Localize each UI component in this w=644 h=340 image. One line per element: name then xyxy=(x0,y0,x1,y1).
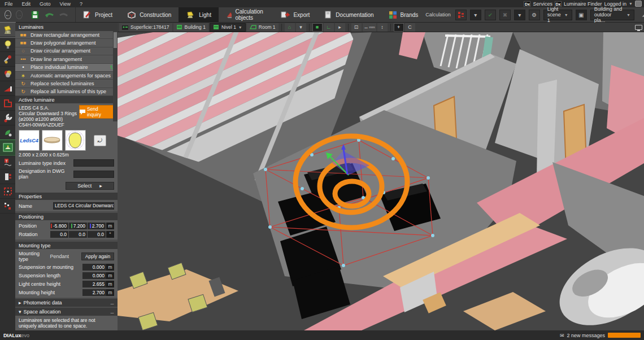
menu-help[interactable]: ? xyxy=(75,1,87,7)
photometric-data-header[interactable]: ▸ Photometric data ⚊ xyxy=(15,299,118,307)
tool-replace-all-luminaires[interactable]: ↻ Replace all luminaires of this type xyxy=(15,88,118,96)
view-mode-select[interactable]: Building and outdoor pla... ▼ xyxy=(590,10,634,20)
menu-edit[interactable]: Edit xyxy=(18,1,36,7)
tab-project[interactable]: Project xyxy=(76,7,120,22)
forward-button[interactable]: → xyxy=(16,10,23,19)
tab-brands[interactable]: Brands xyxy=(381,7,426,22)
tab-construction[interactable]: Construction xyxy=(120,7,179,22)
tool-draw-line-arrangement[interactable]: ••• Draw line arrangement xyxy=(15,55,118,63)
luminaire-name-field[interactable]: LEDS C4 Circular Downward 3 Rings ( xyxy=(53,202,114,210)
start-calculation-button[interactable]: ✔ xyxy=(485,10,496,20)
maintenance-icon[interactable] xyxy=(0,111,15,125)
floorplan-view-button[interactable]: ∟ xyxy=(324,23,334,32)
column-object-icon[interactable] xyxy=(0,169,15,184)
tool-draw-polygonal-arrangement[interactable]: ■■ Draw polygonal arrangement xyxy=(15,39,118,47)
dwg-designation-input[interactable] xyxy=(73,171,114,178)
tab-documentation[interactable]: Documentation xyxy=(317,7,381,22)
mounting-height-input[interactable]: 2.700 xyxy=(82,289,106,296)
pin-icon[interactable]: ⚊ xyxy=(110,310,114,315)
move-tool-button[interactable]: + xyxy=(394,23,404,32)
light-distribution-icon[interactable] xyxy=(0,81,15,96)
position-z-input[interactable]: 2.700 xyxy=(88,223,106,229)
menu-file[interactable]: File xyxy=(0,1,18,7)
views-icon[interactable] xyxy=(0,140,15,155)
rotation-y-input[interactable]: 0.0 xyxy=(69,231,87,238)
calculation-surface-icon[interactable] xyxy=(0,184,15,199)
tool-draw-rectangular-arrangement[interactable]: ■■ Draw rectangular arrangement xyxy=(15,31,118,39)
tool-automatic-arrangements[interactable]: ∗ Automatic arrangements for spaces xyxy=(15,72,118,80)
zoom-fit-icon[interactable]: ⊡ xyxy=(351,23,362,32)
furniture-filter-button[interactable]: ⌂ xyxy=(285,23,295,32)
brand-logo-thumbnail[interactable]: LedsC4 xyxy=(19,130,40,151)
tool-place-individual-luminaire[interactable]: • Place individual luminaire ↻ xyxy=(15,64,118,72)
services-button[interactable]: Dx Services xyxy=(524,1,552,7)
luminaire-finder-button[interactable]: Dx Luminaire Finder xyxy=(555,1,602,7)
product-photo-thumbnail[interactable] xyxy=(42,130,63,151)
gear-icon[interactable]: ⚙ xyxy=(529,10,540,20)
calculation-mode-dropdown[interactable]: ▾ xyxy=(470,10,481,20)
suspension-or-mounting-input[interactable]: 0.000 xyxy=(82,264,106,271)
lamp-fittings-icon[interactable] xyxy=(0,52,15,67)
new-messages-link[interactable]: 2 new messages xyxy=(567,333,605,338)
tab-calculation-objects[interactable]: Calculation objects xyxy=(219,7,273,22)
space-allocation-header[interactable]: ▾ Space allocation ⚊ xyxy=(15,308,118,316)
tool-replace-selected-luminaires[interactable]: ↻ Replace selected luminaires xyxy=(15,80,118,88)
level-icon xyxy=(213,24,219,30)
suspension-length-input[interactable]: 0.000 xyxy=(82,272,106,279)
furniture-filter-dropdown[interactable]: ▾ xyxy=(296,23,306,32)
object-list-icon[interactable] xyxy=(0,199,15,213)
rotation-x-input[interactable]: 0.0 xyxy=(50,231,68,238)
level-chip[interactable]: Nivel 1 ▼ xyxy=(210,23,246,32)
solid-view-button[interactable]: ■ xyxy=(312,23,323,32)
lamps-icon[interactable] xyxy=(0,37,15,52)
unit: m xyxy=(106,281,114,287)
pin-icon[interactable]: ⚊ xyxy=(110,300,114,306)
tool-draw-circular-arrangement[interactable]: ◌ Draw circular arrangement xyxy=(15,47,118,55)
view-more-button[interactable]: ▸ xyxy=(335,23,345,32)
panel-scrollbar-thumb[interactable] xyxy=(114,32,117,48)
save-icon[interactable] xyxy=(31,11,40,19)
send-inquiry-button[interactable]: Send inquiry xyxy=(79,105,114,119)
level-label: Nivel 1 xyxy=(221,24,236,30)
apply-again-button[interactable]: Apply again xyxy=(81,252,114,260)
luminaire-type-index-input[interactable] xyxy=(73,159,114,167)
orbit-tool-button[interactable]: C xyxy=(405,23,415,32)
mounting-type-value[interactable]: Pendant xyxy=(50,254,82,259)
menu-view[interactable]: View xyxy=(55,1,75,7)
panel-scrollbar[interactable] xyxy=(113,31,118,121)
luminaires-tool-icon[interactable] xyxy=(0,23,15,37)
building-chip[interactable]: Building 1 xyxy=(173,23,208,32)
room-chip[interactable]: Room 1 xyxy=(247,23,279,32)
position-y-input[interactable]: 7.200 xyxy=(69,223,87,229)
light-scene-edit-button[interactable]: ▣ xyxy=(576,10,587,20)
y-axis-tick xyxy=(71,224,72,228)
dimension-icon[interactable]: ↕ xyxy=(377,23,388,32)
display-settings-icon[interactable] xyxy=(635,25,642,30)
3d-scene[interactable] xyxy=(118,32,644,330)
light-centre-height-input[interactable]: 2.655 xyxy=(82,281,106,287)
light-scene-select[interactable]: Light scene 1 ▼ xyxy=(543,10,572,20)
redo-icon[interactable] xyxy=(59,11,68,19)
properties-header: Properties xyxy=(15,193,118,200)
superficie-chip[interactable]: Superficie:178417 xyxy=(119,23,172,32)
text-annotation-icon[interactable]: T xyxy=(0,155,15,169)
position-x-input[interactable]: -5.800 xyxy=(50,223,68,229)
tab-light[interactable]: Light xyxy=(179,7,219,22)
rotation-z-input[interactable]: 0.0 xyxy=(88,231,106,238)
menu-goto[interactable]: Goto xyxy=(35,1,55,7)
undo-icon[interactable] xyxy=(45,11,54,19)
select-luminaire-button[interactable]: Select ▸ xyxy=(66,182,114,190)
energy-icon[interactable] xyxy=(0,125,15,140)
back-button[interactable]: ← xyxy=(5,10,11,19)
calculation-options-dropdown[interactable]: ▾ xyxy=(514,10,525,20)
rotate-luminaire-icon[interactable]: ⤾ xyxy=(94,135,106,146)
tab-export[interactable]: Export xyxy=(273,7,317,22)
photometric-diagram-thumbnail[interactable] xyxy=(65,130,86,151)
notification-progress-bar[interactable] xyxy=(608,333,641,338)
rooms-icon[interactable] xyxy=(0,96,15,111)
cancel-calculation-button[interactable]: ✖ xyxy=(499,10,511,20)
calculation-mode-icon[interactable] xyxy=(455,10,467,20)
colours-icon[interactable] xyxy=(0,67,15,81)
measure-icon[interactable]: ↔mm xyxy=(363,23,376,32)
product-name: Circular Downward 3 Rings (ø2000 ø1200 ø… xyxy=(19,111,78,122)
